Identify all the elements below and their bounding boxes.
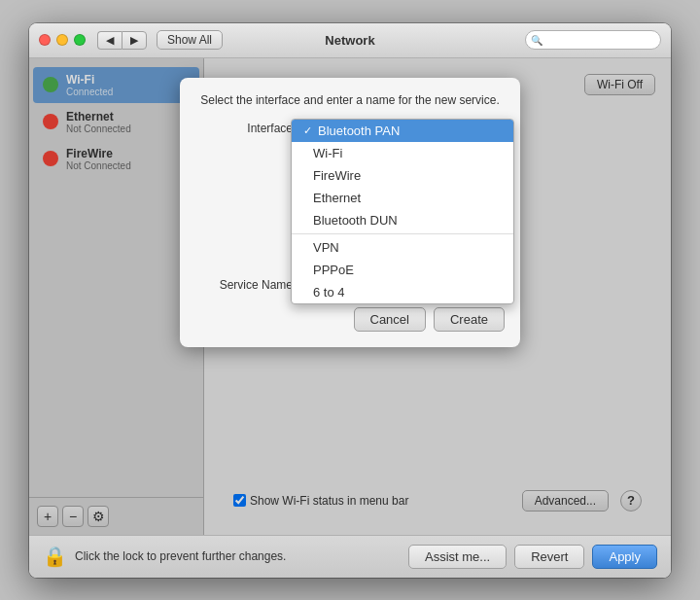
dropdown-item-6to4[interactable]: 6 to 4 xyxy=(292,281,513,303)
footer-bar: 🔒 Click the lock to prevent further chan… xyxy=(29,535,671,578)
dropdown-item-bluetooth-pan[interactable]: Bluetooth PAN xyxy=(292,120,513,142)
modal-sheet: Select the interface and enter a name fo… xyxy=(180,78,520,347)
network-window: ◀ ▶ Show All Network 🔍 Wi-Fi Connected xyxy=(29,23,671,578)
interface-dropdown-menu: Bluetooth PAN Wi-Fi FireWire Ethernet Bl… xyxy=(291,119,514,304)
nav-buttons: ◀ ▶ xyxy=(97,31,147,50)
show-all-button[interactable]: Show All xyxy=(157,30,223,50)
back-button[interactable]: ◀ xyxy=(97,31,122,50)
dropdown-item-vpn[interactable]: VPN xyxy=(292,236,513,259)
search-input[interactable] xyxy=(525,30,661,50)
traffic-lights xyxy=(39,34,86,46)
interface-row: Interface Bluetooth PAN ▼ Bluetooth PAN … xyxy=(195,119,505,138)
create-button[interactable]: Create xyxy=(434,307,505,332)
search-box: 🔍 xyxy=(525,30,661,50)
search-icon: 🔍 xyxy=(531,35,542,46)
close-button[interactable] xyxy=(39,34,51,46)
minimize-button[interactable] xyxy=(56,34,68,46)
dropdown-item-pppoe[interactable]: PPPoE xyxy=(292,259,513,281)
dropdown-item-wifi[interactable]: Wi-Fi xyxy=(292,142,513,164)
interface-dropdown-wrapper: Bluetooth PAN ▼ Bluetooth PAN Wi-Fi Fire… xyxy=(300,119,505,138)
modal-title: Select the interface and enter a name fo… xyxy=(195,93,505,107)
titlebar: ◀ ▶ Show All Network 🔍 xyxy=(29,23,671,58)
main-content: Wi-Fi Connected Ethernet Not Connected xyxy=(29,58,671,535)
window-title: Network xyxy=(325,33,374,48)
dropdown-item-ethernet[interactable]: Ethernet xyxy=(292,187,513,209)
modal-overlay: Select the interface and enter a name fo… xyxy=(29,58,671,535)
lock-icon[interactable]: 🔒 xyxy=(43,545,67,568)
dropdown-separator xyxy=(292,233,513,234)
cancel-button[interactable]: Cancel xyxy=(354,307,426,332)
apply-button[interactable]: Apply xyxy=(592,545,657,569)
assist-me-button[interactable]: Assist me... xyxy=(408,545,507,569)
dropdown-item-bluetooth-dun[interactable]: Bluetooth DUN xyxy=(292,209,513,231)
dropdown-item-firewire[interactable]: FireWire xyxy=(292,164,513,187)
revert-button[interactable]: Revert xyxy=(514,545,584,569)
forward-button[interactable]: ▶ xyxy=(122,31,147,50)
service-name-label: Service Name xyxy=(195,278,293,292)
interface-label: Interface xyxy=(195,122,293,135)
lock-text: Click the lock to prevent further change… xyxy=(75,549,286,563)
lock-section: 🔒 Click the lock to prevent further chan… xyxy=(43,545,286,568)
modal-buttons: Cancel Create xyxy=(195,307,505,332)
maximize-button[interactable] xyxy=(74,34,86,46)
footer-buttons: Assist me... Revert Apply xyxy=(408,545,657,569)
